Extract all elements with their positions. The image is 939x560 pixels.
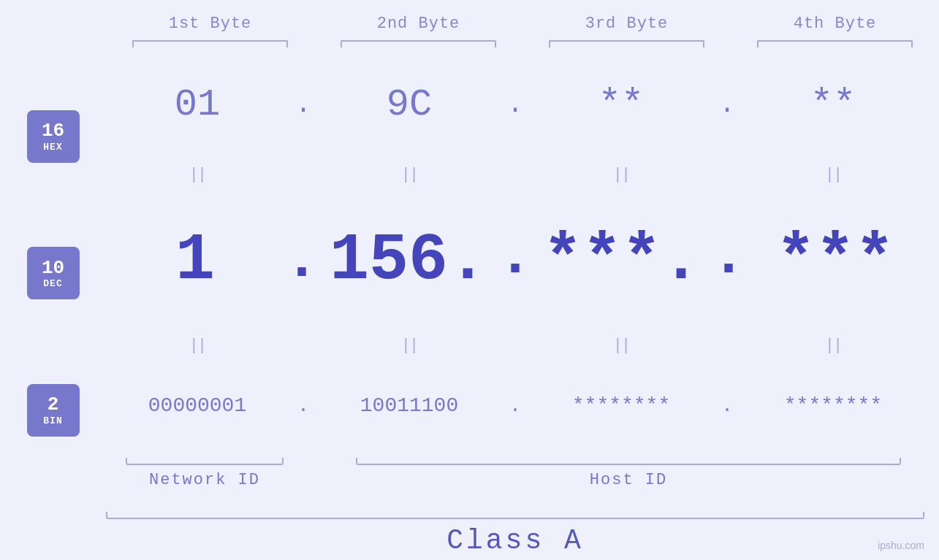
hex-dot1: . [289,90,318,120]
class-label-container: Class A [106,525,924,556]
bin-row: 00000001 . 10011100 . ******** . *******… [106,394,924,417]
bracket-3 [522,40,731,47]
dec-badge-label: DEC [43,278,62,289]
bin-badge-label: BIN [43,415,62,426]
dec-dot1: . [284,227,319,294]
class-bracket-line [106,512,924,519]
network-id-bracket-container: Network ID [106,458,303,489]
eq1-1: || [106,166,289,184]
bin-byte1: 00000001 [106,394,289,417]
equals-row-1: || || || || [106,164,924,185]
hex-byte4: ** [742,83,924,126]
badges-column: 16 HEX 10 DEC 2 BIN [0,61,106,508]
eq1-3: || [530,166,712,184]
dec-badge: 10 DEC [27,247,80,299]
bin-byte2: 10011100 [318,394,501,417]
bottom-bracket-area: Network ID Host ID [106,455,924,489]
byte-header-2: 2nd Byte [314,15,522,33]
eq2-4: || [742,337,924,355]
bin-dot3: . [712,395,742,417]
host-id-bracket-line [356,458,900,465]
dec-byte4: *** [746,228,924,294]
dec-row: 1 . 156. . ***. . *** [106,223,924,297]
dec-badge-number: 10 [42,258,64,279]
bin-badge-number: 2 [47,394,59,415]
eq2-1: || [106,337,289,355]
bracket-1 [106,40,314,47]
dec-dot2: . [498,223,533,297]
hex-byte2: 9C [318,83,501,126]
hex-byte1: 01 [106,83,289,126]
hex-badge-label: HEX [43,142,62,153]
eq1-4: || [742,166,924,184]
bracket-2 [314,40,522,47]
byte-header-4: 4th Byte [731,15,939,33]
content-area: 16 HEX 10 DEC 2 BIN 01 . 9C [0,61,939,508]
bin-dot1: . [289,395,318,417]
network-id-bracket-line [126,458,284,465]
dec-byte3: ***. [533,228,711,294]
byte-header-3: 3rd Byte [522,15,731,33]
hex-dot2: . [501,90,530,120]
hex-badge: 16 HEX [27,110,80,163]
bracket-spacer-1 [303,458,332,489]
watermark: ipshu.com [878,540,924,551]
main-container: 1st Byte 2nd Byte 3rd Byte 4th Byte 16 H… [0,0,939,560]
top-brackets [0,40,939,47]
host-id-label: Host ID [590,471,667,489]
hex-row: 01 . 9C . ** . ** [106,83,924,126]
class-section: Class A [0,512,939,560]
host-id-bracket-container: Host ID [332,458,924,489]
eq2-2: || [318,337,501,355]
hex-badge-number: 16 [42,120,64,142]
eq1-2: || [318,166,501,184]
bin-dot2: . [501,395,530,417]
dec-byte1: 1 [106,228,284,294]
network-id-label: Network ID [149,471,260,489]
byte-header-1: 1st Byte [106,15,314,33]
bin-badge: 2 BIN [27,384,80,437]
bracket-4 [731,40,939,47]
class-a-label: Class A [446,525,584,556]
bin-byte4: ******** [742,394,924,417]
equals-row-2: || || || || [106,335,924,356]
dec-dot3: . [711,223,746,297]
hex-byte3: ** [530,83,712,126]
eq2-3: || [530,337,712,355]
dec-byte2: 156. [319,228,498,294]
hex-dot3: . [712,90,742,120]
bin-byte3: ******** [530,394,712,417]
grid-area: 01 . 9C . ** . ** || || [106,61,939,508]
byte-headers: 1st Byte 2nd Byte 3rd Byte 4th Byte [0,15,939,33]
